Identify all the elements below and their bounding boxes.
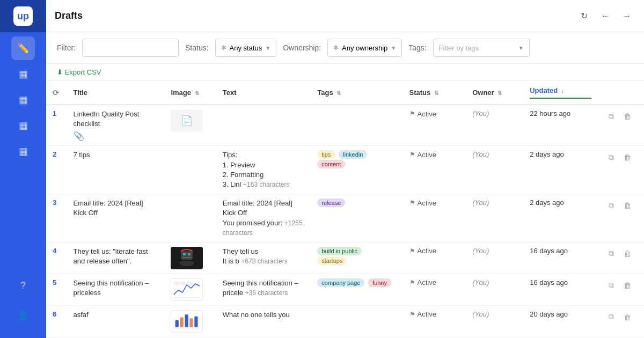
owner-text: (You) [472,199,489,207]
col-header-status[interactable]: Status ⇅ [403,81,466,105]
more-chars: +163 characters [243,181,289,188]
row-number: 4 [53,247,56,255]
row-title: Seeing this notification – priceless [74,278,158,298]
table-row: 2 7 tips Tips:1. Preview2. Formatting3. … [46,146,644,194]
table-row: 6 asfaf [46,305,644,337]
row-number: 1 [53,109,56,117]
row-number: 5 [53,278,56,286]
sort-owner-icon: ⇅ [497,90,502,96]
forward-button[interactable]: → [618,8,635,25]
row-title: 7 tips [74,150,158,160]
logo[interactable]: up [13,6,33,26]
sidebar-item-calendar[interactable]: ▦ [11,88,35,112]
sidebar-item-inbox[interactable]: ▦ [11,114,35,137]
topbar: Drafts ↻ ← → [46,0,644,32]
svg-rect-6 [180,261,182,265]
tag-release[interactable]: release [317,199,345,207]
sidebar: up ✏️ ▦ ▦ ▦ ▦ ? 👤 [0,0,46,338]
flag-icon: ⚑ [409,199,415,207]
sidebar-item-analytics[interactable]: ▦ [11,62,35,86]
export-bar: ⬇ Export CSV [46,64,644,81]
sidebar-item-charts[interactable]: ▦ [11,139,35,163]
delete-button[interactable]: 🗑 [620,310,634,324]
row-actions: ⧉ 🗑 [604,199,638,212]
tag-linkedin[interactable]: linkedin [339,150,367,159]
svg-rect-5 [182,261,192,266]
tags-select[interactable]: Filter by tags ▼ [433,39,530,57]
copy-button[interactable]: ⧉ [604,150,618,164]
row-actions: ⧉ 🗑 [604,278,638,292]
reset-filters-icon: ⟳ [53,89,59,97]
export-csv-button[interactable]: ⬇ Export CSV [57,68,101,76]
svg-rect-7 [192,261,194,265]
copy-button[interactable]: ⧉ [604,278,618,292]
owner-text: (You) [472,247,489,255]
svg-rect-12 [174,282,179,285]
delete-button[interactable]: 🗑 [620,247,634,261]
sort-status-icon: ⇅ [434,90,438,96]
ownership-select[interactable]: ✱ Any ownership ▼ [327,39,402,57]
status-chevron-icon: ▼ [265,45,270,51]
tag-build-in-public[interactable]: build in public [317,247,362,255]
copy-button[interactable]: ⧉ [604,310,618,324]
tag-company-page[interactable]: company page [317,278,364,287]
row-title: Email title: 2024 [Real] Kick Off [74,199,158,218]
copy-button[interactable]: ⧉ [604,199,618,212]
svg-point-9 [188,253,191,255]
row-title: They tell us: "iterate fast and release … [74,247,158,266]
updated-text: 2 days ago [530,199,564,207]
copy-button[interactable]: ⧉ [604,247,618,261]
col-header-title[interactable]: Title [67,81,165,105]
col-header-tags[interactable]: Tags ⇅ [311,81,402,105]
row-text: Seeing this notification – pricele +36 c… [223,278,305,298]
row-text: Email title: 2024 [Real] Kick OffYou pro… [223,199,305,238]
flag-icon: ⚑ [409,247,415,255]
filter-label: Filter: [57,43,76,52]
tags-label: Tags: [408,43,426,52]
copy-button[interactable]: ⧉ [604,109,618,123]
tags-chevron-icon: ▼ [518,45,524,51]
owner-text: (You) [472,150,489,158]
col-header-owner[interactable]: Owner ⇅ [466,81,523,105]
tag-tips[interactable]: tips [317,150,335,159]
row-actions: ⧉ 🗑 [604,310,638,324]
tag-content[interactable]: content [317,160,345,168]
delete-button[interactable]: 🗑 [620,199,634,212]
table-container: ⟳ Title Image ⇅ Text Tags ⇅ [46,81,644,338]
row-number: 3 [53,199,56,207]
row-image [171,278,203,301]
refresh-button[interactable]: ↻ [575,8,592,25]
delete-button[interactable]: 🗑 [620,109,634,123]
col-header-updated[interactable]: Updated ↓ [523,81,598,105]
row-image [171,247,203,269]
back-button[interactable]: ← [597,8,614,25]
status-select[interactable]: ✱ Any status ▼ [215,39,277,57]
user-avatar[interactable]: 👤 [11,304,35,327]
updated-text: 2 days ago [530,150,564,158]
help-icon[interactable]: ? [11,274,35,297]
row-title: asfaf [74,310,158,320]
more-chars: +678 characters [241,258,287,265]
row-title: LinkedIn Quality Post checklist [74,109,158,129]
col-header-image[interactable]: Image ⇅ [164,81,216,105]
table-header-row: ⟳ Title Image ⇅ Text Tags ⇅ [46,81,644,105]
updated-text: 22 hours ago [530,109,570,117]
tag-funny[interactable]: funny [368,278,391,287]
delete-button[interactable]: 🗑 [620,278,634,292]
filter-input[interactable] [82,39,179,57]
status-badge: ⚑ Active [409,199,436,207]
more-chars: +1255 characters [223,219,303,237]
tag-startups[interactable]: startups [317,256,347,265]
svg-rect-14 [187,282,192,285]
sidebar-item-drafts[interactable]: ✏️ [11,36,35,60]
table-row: 5 Seeing this notification – priceless [46,274,644,305]
owner-text: (You) [472,109,489,117]
status-badge: ⚑ Active [409,310,436,318]
delete-button[interactable]: 🗑 [620,150,634,164]
col-header-text[interactable]: Text [216,81,311,105]
svg-rect-4 [183,257,191,258]
col-header-reset[interactable]: ⟳ [46,81,67,105]
ownership-star-icon: ✱ [333,44,339,52]
row-image [171,310,203,333]
more-chars: +36 characters [245,289,288,297]
